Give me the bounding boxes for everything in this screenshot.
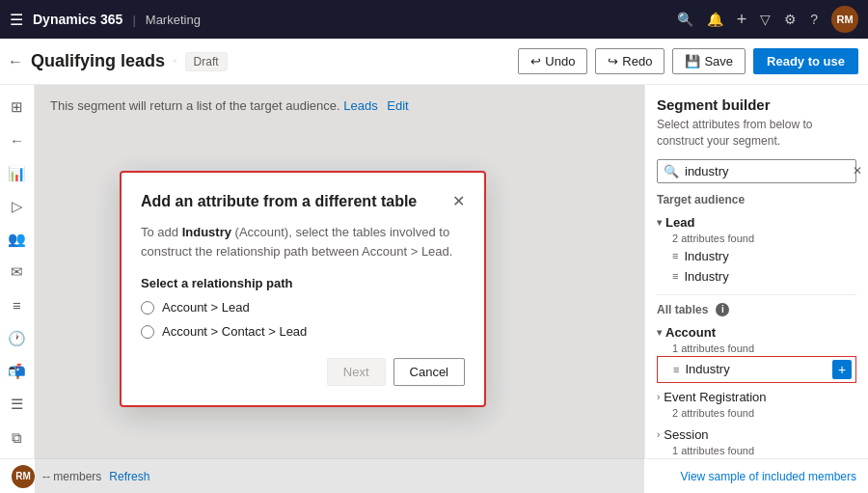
lead-industry-row-2[interactable]: ≡ Industry: [657, 266, 856, 287]
all-tables-label: All tables: [657, 303, 708, 316]
chevron-down-icon: ▾: [657, 217, 662, 228]
cancel-button[interactable]: Cancel: [393, 358, 465, 386]
account-group-label: Account: [665, 325, 716, 340]
undo-icon: ↩: [530, 54, 541, 68]
account-industry-label: Industry: [685, 362, 729, 376]
event-group-sub: 2 attributes found: [657, 407, 856, 419]
sidebar-icon-people[interactable]: 👥: [2, 225, 33, 254]
lead-industry-row-1[interactable]: ≡ Industry: [657, 246, 856, 266]
top-nav: ☰ Dynamics 365 | Marketing 🔍 🔔 + ▽ ⚙ ? R…: [0, 0, 868, 39]
account-chevron-icon: ▾: [657, 327, 662, 338]
info-icon[interactable]: i: [716, 303, 729, 316]
add-attribute-dialog: Add an attribute from a different table …: [120, 171, 486, 408]
bottom-avatar: RM: [12, 465, 35, 488]
main-layout: ⊞ ← 📊 ▷ 👥 ✉ ≡ 🕐 📬 ☰ ⧉ ⚙ This segment wil…: [0, 85, 868, 493]
dialog-header: Add an attribute from a different table …: [141, 192, 465, 212]
sidebar-icon-email[interactable]: ✉: [2, 258, 33, 287]
avatar[interactable]: RM: [831, 6, 858, 33]
filter-icon[interactable]: ▽: [760, 12, 771, 27]
sidebar-icon-clock[interactable]: 🕐: [2, 324, 33, 353]
view-sample-link[interactable]: View sample of included members: [680, 470, 856, 483]
bell-icon[interactable]: 🔔: [707, 12, 723, 27]
sidebar-icon-layers[interactable]: ⧉: [2, 424, 33, 452]
radio-account-lead[interactable]: Account > Lead: [141, 300, 465, 315]
search-icon[interactable]: 🔍: [677, 12, 693, 27]
event-group: › Event Registration 2 attributes found: [657, 387, 856, 421]
redo-icon: ↪: [608, 54, 618, 68]
redo-button[interactable]: ↪ Redo: [595, 48, 665, 74]
radio-label-account-lead: Account > Lead: [162, 300, 250, 315]
session-chevron-icon: ›: [657, 429, 660, 440]
lead-industry-label-1: Industry: [684, 249, 728, 263]
divider: [657, 294, 856, 295]
sidebar-icon-filter[interactable]: ≡: [2, 291, 33, 320]
search-input[interactable]: [685, 164, 847, 178]
session-group: › Session 1 attributes found: [657, 425, 856, 458]
right-panel: Segment builder Select attributes from b…: [644, 85, 868, 493]
lead-group-label: Lead: [665, 215, 694, 230]
hamburger-icon[interactable]: ☰: [10, 11, 23, 29]
account-industry-highlighted-row[interactable]: ≡ Industry +: [657, 356, 856, 383]
toolbar-actions: ↩ Undo ↪ Redo 💾 Save Ready to use: [518, 48, 858, 74]
nav-icons: 🔍 🔔 + ▽ ⚙ ? RM: [677, 6, 858, 33]
save-icon: 💾: [685, 54, 700, 68]
save-button[interactable]: 💾 Save: [672, 48, 746, 74]
content-area: This segment will return a list of the t…: [35, 85, 644, 493]
add-plus-button[interactable]: +: [832, 360, 852, 379]
back-button[interactable]: ←: [8, 53, 23, 70]
bold-industry: Industry: [182, 225, 231, 239]
event-group-label: Event Registration: [664, 390, 766, 404]
search-icon: 🔍: [664, 164, 679, 178]
radio-account-contact-lead[interactable]: Account > Contact > Lead: [141, 324, 465, 339]
left-sidebar: ⊞ ← 📊 ▷ 👥 ✉ ≡ 🕐 📬 ☰ ⧉ ⚙: [0, 85, 35, 493]
sidebar-icon-chart[interactable]: 📊: [2, 159, 33, 188]
dialog-description: To add Industry (Account), select the ta…: [141, 223, 465, 260]
dialog-close-button[interactable]: ✕: [452, 192, 465, 210]
session-group-sub: 1 attributes found: [657, 445, 856, 456]
nav-module: Marketing: [146, 13, 201, 27]
ready-button[interactable]: Ready to use: [753, 48, 858, 74]
sidebar-icon-mail[interactable]: 📬: [2, 357, 33, 386]
table-icon-2: ≡: [672, 270, 678, 282]
table-icon-account: ≡: [673, 364, 679, 375]
all-tables-header: All tables i: [657, 303, 856, 316]
dot-separator: •: [173, 54, 177, 68]
draft-badge: Draft: [185, 52, 228, 71]
sidebar-icon-list[interactable]: ☰: [2, 390, 33, 419]
dialog-title: Add an attribute from a different table: [141, 192, 417, 212]
lead-group-sub: 2 attributes found: [657, 233, 856, 244]
page-title: Qualifying leads: [31, 51, 165, 71]
target-audience-label: Target audience: [657, 193, 856, 206]
plus-icon[interactable]: +: [737, 10, 747, 30]
account-group-sub: 1 attributes found: [657, 342, 856, 354]
event-group-header[interactable]: › Event Registration: [657, 387, 856, 407]
settings-icon[interactable]: ⚙: [784, 12, 797, 27]
dialog-section-title: Select a relationship path: [141, 276, 465, 290]
event-chevron-icon: ›: [657, 392, 660, 402]
next-button[interactable]: Next: [327, 358, 386, 386]
second-bar: ← Qualifying leads • Draft ↩ Undo ↪ Redo…: [0, 39, 868, 85]
radio-input-account-lead[interactable]: [141, 301, 154, 315]
help-icon[interactable]: ?: [810, 12, 818, 27]
table-icon: ≡: [672, 250, 678, 261]
radio-label-account-contact-lead: Account > Contact > Lead: [162, 324, 307, 339]
radio-input-account-contact-lead[interactable]: [141, 325, 154, 339]
sidebar-icon-back[interactable]: ←: [2, 125, 33, 154]
account-group-header[interactable]: ▾ Account: [657, 322, 856, 342]
dialog-footer: Next Cancel: [141, 358, 465, 386]
lead-group-header[interactable]: ▾ Lead: [657, 212, 856, 233]
panel-title: Segment builder: [657, 96, 856, 113]
search-clear-icon[interactable]: ✕: [853, 164, 862, 178]
panel-description: Select attributes from below to construc…: [657, 117, 856, 150]
session-group-label: Session: [664, 427, 708, 442]
app-title: Dynamics 365: [33, 12, 122, 27]
account-industry-row-left: ≡ Industry: [673, 362, 730, 376]
search-box[interactable]: 🔍 ✕: [657, 159, 856, 183]
sidebar-icon-home[interactable]: ⊞: [2, 93, 33, 122]
sidebar-icon-nav[interactable]: ▷: [2, 192, 33, 221]
nav-divider: |: [132, 13, 135, 27]
session-group-header[interactable]: › Session: [657, 425, 856, 445]
undo-button[interactable]: ↩ Undo: [518, 48, 587, 74]
lead-industry-label-2: Industry: [684, 269, 728, 284]
